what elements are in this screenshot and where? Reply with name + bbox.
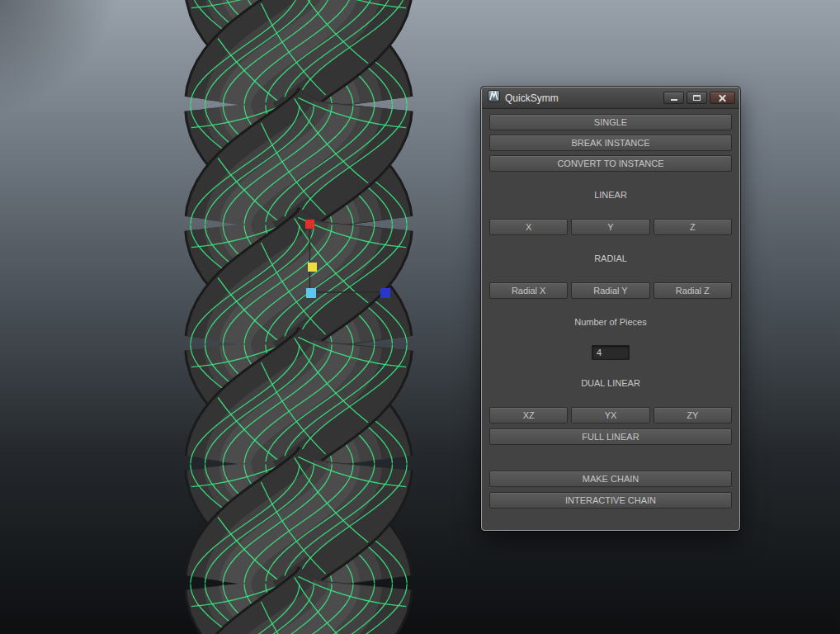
radial-axis-row: Radial X Radial Y Radial Z <box>489 282 732 299</box>
convert-to-instance-button[interactable]: CONVERT TO INSTANCE <box>489 155 732 172</box>
axis-z-button[interactable]: Z <box>654 219 732 235</box>
make-chain-button[interactable]: MAKE CHAIN <box>489 471 732 487</box>
interactive-chain-button[interactable]: INTERACTIVE CHAIN <box>489 492 732 509</box>
window-titlebar[interactable]: QuickSymm <box>482 88 739 109</box>
window-title: QuickSymm <box>505 92 559 104</box>
minimize-icon <box>671 99 677 101</box>
radial-x-button[interactable]: Radial X <box>489 282 568 299</box>
dual-yx-button[interactable]: YX <box>571 407 649 423</box>
manipulator-handle-red[interactable] <box>305 220 314 229</box>
radial-y-button[interactable]: Radial Y <box>571 282 649 299</box>
manipulator-handle-cyan[interactable] <box>306 288 316 298</box>
single-button[interactable]: SINGLE <box>489 114 732 130</box>
minimize-button[interactable] <box>663 92 684 104</box>
close-button[interactable] <box>710 92 735 104</box>
rope-mesh <box>191 0 407 634</box>
dual-xz-button[interactable]: XZ <box>489 407 568 423</box>
radial-section-label: RADIAL <box>489 253 732 264</box>
full-linear-button[interactable]: FULL LINEAR <box>489 428 732 445</box>
screen: QuickSymm SINGLE BREAK INSTANCE CONVERT … <box>0 0 840 634</box>
quicksymm-window: QuickSymm SINGLE BREAK INSTANCE CONVERT … <box>481 87 740 531</box>
dual-zy-button[interactable]: ZY <box>654 407 732 423</box>
manipulator-handle-blue[interactable] <box>380 288 390 298</box>
close-icon <box>719 94 726 102</box>
linear-section-label: LINEAR <box>489 190 732 201</box>
linear-axis-row: X Y Z <box>489 219 732 235</box>
break-instance-button[interactable]: BREAK INSTANCE <box>489 135 732 151</box>
app-icon <box>488 90 500 106</box>
maximize-button[interactable] <box>687 92 707 104</box>
manipulator-handle-yellow[interactable] <box>308 263 317 272</box>
dual-linear-row: XZ YX ZY <box>489 407 732 423</box>
pieces-label: Number of Pieces <box>489 317 732 328</box>
radial-z-button[interactable]: Radial Z <box>654 282 732 299</box>
quicksymm-content: SINGLE BREAK INSTANCE CONVERT TO INSTANC… <box>482 109 739 518</box>
axis-y-button[interactable]: Y <box>571 219 649 235</box>
pieces-input[interactable] <box>592 345 630 360</box>
dual-linear-section-label: DUAL LINEAR <box>489 378 732 389</box>
axis-x-button[interactable]: X <box>489 219 568 235</box>
maximize-icon <box>693 95 701 101</box>
